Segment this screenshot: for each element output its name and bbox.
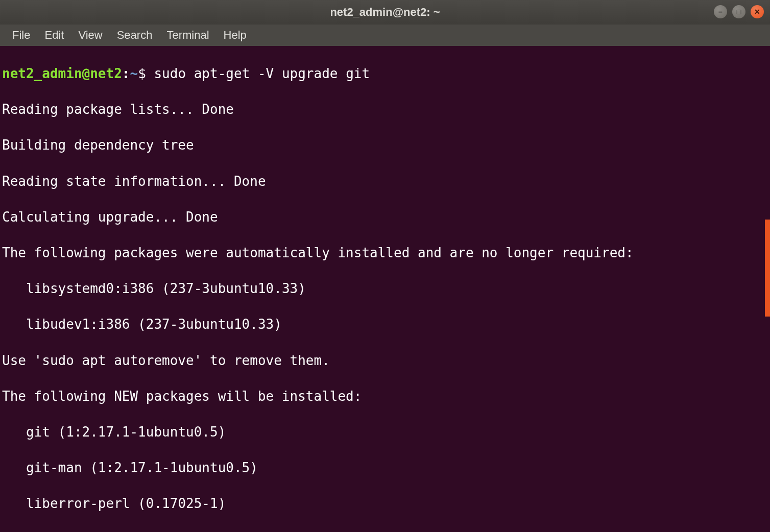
output-line: git-man (1:2.17.1-1ubuntu0.5)	[2, 459, 769, 477]
prompt-user: net2_admin	[2, 66, 82, 81]
output-line: Calculating upgrade... Done	[2, 208, 769, 226]
menubar: File Edit View Search Terminal Help	[0, 25, 770, 46]
prompt-path: ~	[130, 66, 138, 81]
prompt-colon: :	[122, 66, 130, 81]
output-line: liberror-perl (0.17025-1)	[2, 495, 769, 513]
prompt-sigil: $	[138, 66, 146, 81]
output-line: Reading state information... Done	[2, 173, 769, 190]
menu-terminal[interactable]: Terminal	[159, 26, 216, 45]
output-line: libudev1:i386 (237-3ubuntu10.33)	[2, 316, 769, 333]
close-icon: ✕	[754, 8, 760, 15]
maximize-icon: □	[737, 8, 741, 15]
output-line: The following packages were automaticall…	[2, 244, 769, 262]
terminal-window: net2_admin@net2: ~ – □ ✕ File Edit View …	[0, 0, 770, 532]
output-line: libsystemd0:i386 (237-3ubuntu10.33)	[2, 280, 769, 298]
terminal-output[interactable]: net2_admin@net2:~$ sudo apt-get -V upgra…	[0, 46, 770, 532]
scrollbar-thumb[interactable]	[765, 220, 770, 317]
menu-search[interactable]: Search	[110, 26, 160, 45]
output-line: Building dependency tree	[2, 136, 769, 154]
prompt-at: @	[82, 66, 90, 81]
output-line: git (1:2.17.1-1ubuntu0.5)	[2, 423, 769, 441]
window-title: net2_admin@net2: ~	[330, 6, 440, 19]
output-line: Use 'sudo apt autoremove' to remove them…	[2, 352, 769, 370]
prompt-host: net2	[90, 66, 122, 81]
close-button[interactable]: ✕	[751, 5, 764, 18]
minimize-icon: –	[718, 8, 723, 15]
titlebar[interactable]: net2_admin@net2: ~ – □ ✕	[0, 0, 770, 25]
output-line: The following NEW packages will be insta…	[2, 388, 769, 405]
menu-view[interactable]: View	[71, 26, 109, 45]
maximize-button[interactable]: □	[732, 5, 745, 18]
output-line: Reading package lists... Done	[2, 101, 769, 118]
menu-help[interactable]: Help	[216, 26, 254, 45]
minimize-button[interactable]: –	[714, 5, 727, 18]
prompt-command: sudo apt-get -V upgrade git	[154, 66, 370, 81]
menu-edit[interactable]: Edit	[37, 26, 71, 45]
window-controls: – □ ✕	[714, 5, 764, 18]
menu-file[interactable]: File	[5, 26, 37, 45]
prompt-line: net2_admin@net2:~$ sudo apt-get -V upgra…	[2, 65, 769, 83]
